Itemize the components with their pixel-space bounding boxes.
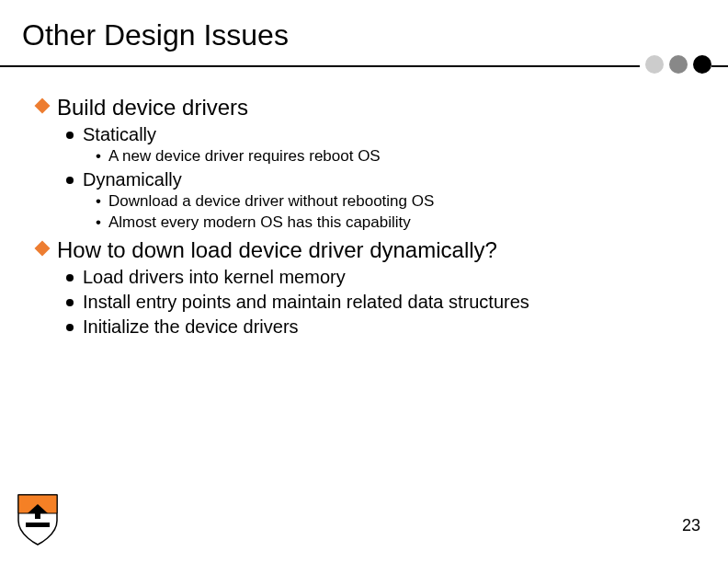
bullet-dot: • bbox=[96, 192, 101, 211]
diamond-icon bbox=[35, 98, 51, 114]
bullet-level2: Load drivers into kernel memory bbox=[66, 267, 691, 288]
bullet-text: A new device driver requires reboot OS bbox=[108, 147, 381, 166]
svg-rect-0 bbox=[35, 513, 40, 519]
bullet-text: Install entry points and maintain relate… bbox=[83, 292, 529, 313]
bullet-level1: Build device drivers bbox=[37, 95, 691, 121]
bullet-text: Almost every modern OS has this capabili… bbox=[108, 213, 411, 232]
bullet-level2: Statically bbox=[66, 124, 691, 145]
slide-footer: 23 bbox=[0, 489, 728, 554]
bullet-text: Statically bbox=[83, 124, 156, 145]
bullet-text: Build device drivers bbox=[57, 95, 248, 121]
disc-icon bbox=[66, 274, 74, 282]
bullet-text: Download a device driver without rebooti… bbox=[108, 192, 434, 211]
bullet-dot: • bbox=[96, 147, 101, 166]
disc-icon bbox=[66, 324, 74, 331]
princeton-shield-icon bbox=[17, 493, 59, 550]
bullet-text: Dynamically bbox=[83, 169, 182, 190]
bullet-level3: • A new device driver requires reboot OS bbox=[96, 147, 691, 166]
dot-icon bbox=[693, 55, 711, 74]
page-number: 23 bbox=[682, 516, 700, 535]
bullet-text: How to down load device driver dynamical… bbox=[57, 237, 497, 263]
diamond-icon bbox=[35, 241, 51, 257]
title-divider bbox=[0, 58, 728, 76]
bullet-dot: • bbox=[96, 213, 101, 232]
dot-icon bbox=[669, 55, 688, 74]
decorative-dots bbox=[640, 55, 711, 74]
bullet-text: Load drivers into kernel memory bbox=[83, 267, 346, 288]
disc-icon bbox=[66, 177, 74, 184]
bullet-level3: • Almost every modern OS has this capabi… bbox=[96, 213, 691, 232]
bullet-level1: How to down load device driver dynamical… bbox=[37, 237, 691, 263]
svg-rect-1 bbox=[26, 523, 50, 527]
slide-body: Build device drivers Statically • A new … bbox=[0, 76, 728, 338]
disc-icon bbox=[66, 132, 74, 139]
disc-icon bbox=[66, 299, 74, 306]
bullet-level2: Install entry points and maintain relate… bbox=[66, 292, 691, 313]
bullet-level2: Initialize the device drivers bbox=[66, 316, 691, 338]
bullet-level3: • Download a device driver without reboo… bbox=[96, 192, 691, 211]
bullet-text: Initialize the device drivers bbox=[83, 316, 299, 338]
slide-title: Other Design Issues bbox=[0, 0, 728, 58]
dot-icon bbox=[645, 55, 664, 74]
bullet-level2: Dynamically bbox=[66, 169, 691, 190]
